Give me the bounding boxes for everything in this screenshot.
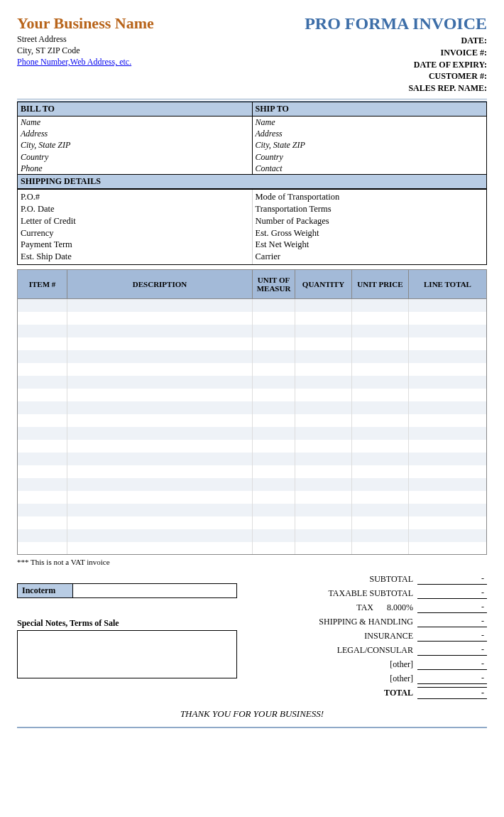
other2-label: [other] bbox=[274, 673, 417, 684]
table-cell bbox=[409, 529, 487, 542]
ship-shipdate: Est. Ship Date bbox=[21, 251, 249, 263]
table-cell bbox=[253, 337, 295, 350]
ship-net: Est Net Weight bbox=[256, 239, 484, 251]
table-cell bbox=[409, 427, 487, 440]
table-cell bbox=[253, 516, 295, 529]
line-items-table: ITEM # DESCRIPTION UNIT OF MEASUR QUANTI… bbox=[17, 269, 487, 555]
table-cell bbox=[253, 350, 295, 363]
table-cell bbox=[67, 325, 253, 337]
table-cell bbox=[352, 312, 409, 325]
ship-mode: Mode of Transportation bbox=[256, 191, 484, 203]
business-street: Street Address bbox=[17, 34, 305, 45]
table-cell bbox=[253, 401, 295, 414]
total-value bbox=[417, 687, 487, 699]
table-cell bbox=[67, 337, 253, 350]
table-cell bbox=[18, 478, 67, 491]
table-row bbox=[18, 363, 487, 376]
table-cell bbox=[18, 299, 67, 312]
table-cell bbox=[67, 453, 253, 465]
table-row bbox=[18, 516, 487, 529]
table-cell bbox=[409, 465, 487, 478]
incoterm-label: Incoterm bbox=[18, 584, 73, 597]
table-cell bbox=[409, 337, 487, 350]
table-cell bbox=[18, 529, 67, 542]
table-cell bbox=[352, 440, 409, 453]
incoterm-value bbox=[73, 584, 236, 597]
table-cell bbox=[295, 312, 352, 325]
insurance-label: INSURANCE bbox=[274, 631, 417, 642]
table-cell bbox=[18, 516, 67, 529]
ship-country: Country bbox=[253, 151, 487, 163]
ship-terms: Transportation Terms bbox=[256, 203, 484, 215]
table-cell bbox=[352, 427, 409, 440]
table-cell bbox=[295, 478, 352, 491]
tax-rate: 8.000% bbox=[378, 602, 417, 613]
table-cell bbox=[67, 529, 253, 542]
vat-note: *** This is not a VAT invoice bbox=[17, 558, 487, 566]
table-cell bbox=[67, 376, 253, 389]
col-item: ITEM # bbox=[18, 270, 67, 299]
tax-label: TAX bbox=[274, 602, 378, 613]
table-cell bbox=[295, 465, 352, 478]
table-cell bbox=[18, 350, 67, 363]
table-cell bbox=[67, 542, 253, 555]
business-name: Your Business Name bbox=[17, 14, 305, 33]
table-cell bbox=[409, 389, 487, 401]
table-row bbox=[18, 312, 487, 325]
tax-value bbox=[417, 602, 487, 613]
table-cell bbox=[18, 337, 67, 350]
table-row bbox=[18, 465, 487, 478]
business-city: City, ST ZIP Code bbox=[17, 45, 305, 57]
table-cell bbox=[295, 440, 352, 453]
table-cell bbox=[295, 325, 352, 337]
table-cell bbox=[253, 427, 295, 440]
table-cell bbox=[409, 491, 487, 504]
table-row bbox=[18, 542, 487, 555]
table-cell bbox=[409, 542, 487, 555]
table-cell bbox=[409, 440, 487, 453]
table-cell bbox=[352, 542, 409, 555]
table-cell bbox=[18, 427, 67, 440]
table-cell bbox=[67, 504, 253, 516]
table-cell bbox=[352, 529, 409, 542]
table-cell bbox=[67, 516, 253, 529]
col-desc: DESCRIPTION bbox=[67, 270, 253, 299]
table-cell bbox=[253, 529, 295, 542]
table-cell bbox=[409, 414, 487, 427]
table-row bbox=[18, 376, 487, 389]
ship-name: Name bbox=[253, 117, 487, 128]
table-cell bbox=[352, 414, 409, 427]
other1-label: [other] bbox=[274, 659, 417, 670]
table-row bbox=[18, 478, 487, 491]
table-cell bbox=[409, 363, 487, 376]
ship-loc: Letter of Credit bbox=[21, 215, 249, 227]
ship-payterm: Payment Term bbox=[21, 239, 249, 251]
table-cell bbox=[18, 401, 67, 414]
table-cell bbox=[18, 542, 67, 555]
table-cell bbox=[295, 427, 352, 440]
table-cell bbox=[295, 389, 352, 401]
meta-salesrep: SALES REP. NAME: bbox=[305, 82, 487, 94]
taxable-value bbox=[417, 588, 487, 599]
table-cell bbox=[18, 440, 67, 453]
table-cell bbox=[352, 516, 409, 529]
table-cell bbox=[67, 440, 253, 453]
ship-podate: P.O. Date bbox=[21, 203, 249, 215]
ship-contact: Contact bbox=[253, 163, 487, 174]
table-cell bbox=[409, 376, 487, 389]
ship-packages: Number of Packages bbox=[256, 215, 484, 227]
subtotal-value bbox=[417, 573, 487, 585]
table-row bbox=[18, 427, 487, 440]
ship-currency: Currency bbox=[21, 227, 249, 239]
table-cell bbox=[352, 363, 409, 376]
meta-customer: CUSTOMER #: bbox=[305, 70, 487, 82]
business-link[interactable]: Phone Number,Web Address, etc. bbox=[17, 57, 131, 67]
table-cell bbox=[18, 491, 67, 504]
table-row bbox=[18, 337, 487, 350]
bill-address: Address bbox=[18, 128, 252, 139]
table-cell bbox=[352, 465, 409, 478]
table-row bbox=[18, 414, 487, 427]
table-cell bbox=[67, 465, 253, 478]
table-cell bbox=[352, 491, 409, 504]
table-row bbox=[18, 491, 487, 504]
